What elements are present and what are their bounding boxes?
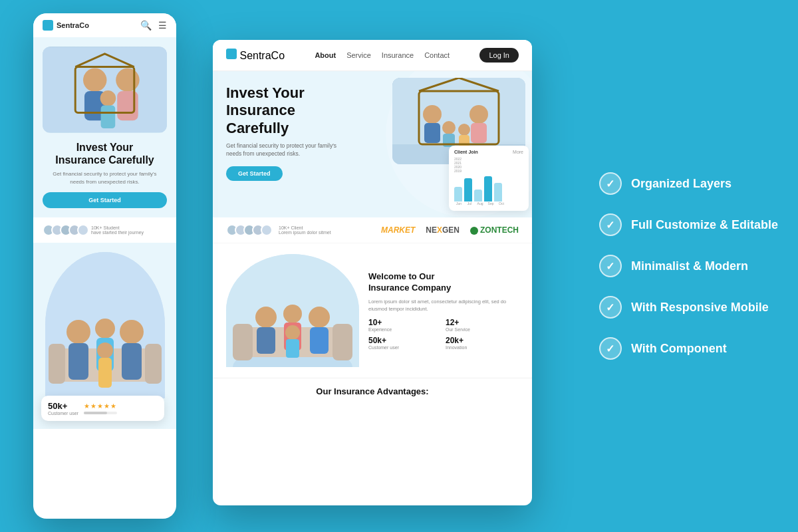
mobile-client-avatars (43, 224, 86, 236)
mobile-brand-name: SentraCo (57, 21, 89, 29)
menu-icon[interactable]: ☰ (158, 20, 167, 31)
check-icon-4 (599, 296, 622, 319)
nav-link-insurance[interactable]: Insurance (382, 51, 414, 59)
svg-rect-23 (286, 339, 299, 358)
feature-label-1: Organized Layers (631, 177, 732, 191)
check-icon-3 (599, 255, 622, 277)
mobile-hero-title: Invest Your Insurance Carefully (43, 141, 167, 166)
svg-rect-14 (233, 324, 253, 360)
mobile-preview: SentraCo 🔍 ☰ (33, 13, 176, 519)
nav-link-contact[interactable]: Contact (424, 51, 450, 59)
welcome-image (226, 254, 359, 367)
svg-rect-5 (471, 123, 487, 143)
rating-info: 50k+ Customer user (48, 401, 78, 416)
month-sep: Sep (486, 201, 495, 205)
chart-month-labels: Jun Jul Aug Sep Oct (454, 201, 523, 205)
avatar-5 (261, 224, 273, 236)
mobile-hero-image (43, 47, 167, 133)
chart-header: Client Join More (454, 150, 523, 154)
chart-bars (454, 175, 523, 201)
search-icon[interactable]: 🔍 (140, 20, 152, 31)
rating-bar (84, 412, 117, 414)
bar-4 (484, 176, 492, 201)
welcome-text: Welcome to Our Insurance Company Lorem i… (368, 271, 519, 350)
chart-title: Client Join (454, 150, 478, 154)
svg-rect-43 (98, 358, 112, 388)
login-button[interactable]: Log In (479, 48, 519, 63)
feature-label-4: With Responsive Mobile (631, 301, 769, 315)
chart-card: Client Join More 2022202120202019 (449, 146, 529, 211)
bar-5 (494, 183, 502, 201)
svg-point-42 (97, 342, 113, 358)
rating-stars-area: ★★★★★ (84, 402, 117, 414)
mobile-logo-icon (43, 20, 53, 31)
check-icon-1 (599, 172, 622, 195)
mobile-family-section: 50k+ Customer user ★★★★★ (33, 243, 176, 429)
desktop-preview: SentraCo About Service Insurance Contact… (213, 40, 532, 505)
check-icon-5 (599, 337, 622, 360)
month-oct: Oct (497, 201, 506, 205)
svg-point-4 (469, 105, 488, 124)
desktop-brand-name: SentraCo (239, 50, 285, 61)
bar-3 (474, 190, 482, 201)
nav-link-about[interactable]: About (315, 51, 336, 59)
desktop-hero: Invest Your Insurance Carefully Get fina… (213, 71, 532, 217)
mobile-family-image (45, 252, 165, 398)
svg-point-6 (442, 121, 456, 134)
clients-strip: 10K+ Client Lorem ipsum dolor sitmet MAR… (213, 217, 532, 243)
hero-subtitle: Get financial security to protect your f… (226, 142, 336, 158)
feature-label-5: With Component (631, 342, 727, 356)
brand-nexgen: NEXGEN (426, 225, 460, 235)
preview-area: SentraCo About Service Insurance Contact… (33, 13, 532, 519)
svg-point-16 (255, 307, 277, 328)
welcome-desc: Lorem ipsum dolor sit amet, consectetur … (368, 298, 519, 313)
rating-bar-fill (84, 412, 107, 414)
features-list: Organized Layers Full Customize & Editab… (599, 172, 778, 360)
svg-rect-17 (257, 327, 275, 354)
feature-minimalist: Minimalist & Modern (599, 255, 778, 277)
rating-count: 50k+ (48, 401, 78, 411)
client-avatars (226, 224, 269, 236)
insurance-section: Our Insurance Advantages: (213, 378, 532, 404)
svg-rect-37 (68, 343, 88, 380)
zontech-icon (470, 227, 478, 235)
mobile-hero-svg (43, 47, 167, 133)
chart-more: More (513, 150, 523, 154)
svg-rect-34 (49, 344, 65, 384)
stat-service: 12+ Our Service (446, 318, 519, 332)
mobile-hero-subtitle: Get financial security to protect your f… (43, 170, 167, 185)
hero-cta-button[interactable]: Get Started (226, 166, 283, 181)
feature-responsive-mobile: With Responsive Mobile (599, 296, 778, 319)
nav-link-service[interactable]: Service (346, 51, 371, 59)
feature-customize: Full Customize & Editable (599, 213, 778, 236)
bar-2 (464, 178, 472, 201)
mobile-nav: SentraCo 🔍 ☰ (33, 13, 176, 37)
svg-rect-35 (145, 344, 162, 384)
mobile-logo: SentraCo (43, 20, 89, 31)
svg-rect-3 (424, 123, 440, 143)
mobile-hero: Invest Your Insurance Carefully Get fina… (33, 37, 176, 217)
mobile-avatar-5 (77, 224, 89, 236)
feature-label-3: Minimalist & Modern (631, 259, 748, 273)
mobile-cta-button[interactable]: Get Started (43, 192, 167, 208)
svg-point-20 (309, 307, 330, 328)
feature-label-2: Full Customize & Editable (631, 218, 778, 232)
month-jul: Jul (465, 201, 474, 205)
client-info: 10K+ Client Lorem ipsum dolor sitmet (279, 225, 331, 235)
svg-point-27 (116, 68, 139, 92)
svg-point-2 (423, 105, 442, 124)
mobile-clients: 10K+ Student have started their journey (33, 217, 176, 243)
mobile-rating-card: 50k+ Customer user ★★★★★ (41, 396, 164, 421)
mobile-nav-icons: 🔍 ☰ (140, 20, 167, 31)
main-container: SentraCo About Service Insurance Contact… (0, 0, 798, 532)
bar-1 (454, 187, 462, 201)
mobile-family-svg (45, 252, 165, 398)
nav-links: About Service Insurance Contact (315, 51, 450, 59)
svg-point-36 (66, 320, 90, 344)
rating-label: Customer user (48, 411, 78, 416)
welcome-title: Welcome to Our Insurance Company (368, 271, 519, 294)
stat-customers: 50k+ Customer user (368, 336, 442, 350)
svg-rect-39 (122, 343, 142, 380)
chart-years: 2022202120202019 (454, 157, 523, 173)
svg-point-22 (285, 325, 300, 340)
